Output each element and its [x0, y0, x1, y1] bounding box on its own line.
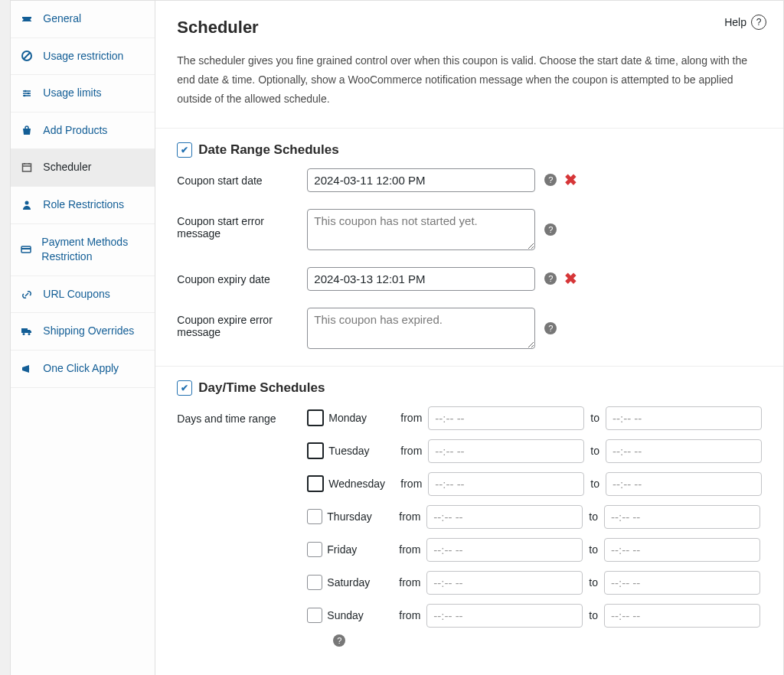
sidebar-item-add-products[interactable]: Add Products [11, 112, 155, 150]
sidebar-item-general[interactable]: General [11, 1, 155, 38]
sidebar-item-label: Role Restrictions [43, 197, 124, 213]
from-label: from [399, 576, 420, 589]
person-icon [20, 199, 34, 211]
day-name-label: Thursday [327, 510, 393, 523]
date-range-toggle[interactable] [177, 142, 192, 158]
date-range-title: Date Range Schedules [198, 142, 338, 158]
to-label: to [590, 445, 599, 457]
from-label: from [399, 510, 420, 523]
day-to-time-input[interactable] [606, 406, 762, 430]
sidebar-item-url-coupons[interactable]: URL Coupons [11, 276, 155, 314]
sidebar-item-label: General [43, 11, 81, 27]
to-label: to [589, 609, 598, 621]
sidebar-item-label: Add Products [43, 123, 107, 139]
help-icon[interactable]: ? [544, 223, 557, 236]
day-from-time-input[interactable] [426, 505, 583, 529]
day-to-time-input[interactable] [604, 505, 760, 529]
svg-point-6 [25, 201, 29, 204]
help-icon[interactable]: ? [544, 322, 557, 334]
day-name-label: Saturday [327, 576, 393, 589]
day-row-sunday: Sundayfromto [307, 604, 762, 628]
help-icon[interactable]: ? [544, 272, 557, 285]
clear-start-date-button[interactable]: ✖ [564, 171, 577, 189]
day-checkbox-sunday[interactable] [307, 608, 322, 623]
day-from-time-input[interactable] [426, 538, 583, 562]
day-from-time-input[interactable] [428, 472, 584, 496]
day-from-time-input[interactable] [428, 439, 584, 463]
scheduler-panel: Help ? Scheduler The scheduler gives you… [155, 0, 784, 675]
day-from-time-input[interactable] [428, 406, 584, 430]
link-icon [20, 289, 34, 301]
day-to-time-input[interactable] [604, 538, 760, 562]
day-from-time-input[interactable] [426, 604, 583, 628]
day-checkbox-wednesday[interactable] [307, 475, 324, 492]
sliders-icon [20, 87, 34, 99]
megaphone-icon [20, 363, 34, 375]
coupon-start-date-input[interactable] [307, 168, 535, 192]
page-intro: The scheduler gives you fine grained con… [177, 51, 762, 109]
calendar-icon [20, 161, 34, 174]
to-label: to [589, 543, 598, 556]
sidebar-item-shipping-overrides[interactable]: Shipping Overrides [11, 313, 155, 351]
day-row-friday: Fridayfromto [307, 538, 762, 562]
day-checkbox-tuesday[interactable] [307, 442, 324, 459]
sidebar-item-usage-limits[interactable]: Usage limits [11, 75, 155, 112]
sidebar-item-scheduler[interactable]: Scheduler [11, 149, 155, 187]
from-label: from [399, 609, 420, 621]
sidebar-item-label: Shipping Overrides [43, 324, 134, 339]
from-label: from [400, 445, 422, 457]
day-time-section: Day/Time Schedules Days and time range M… [177, 367, 762, 647]
coupon-settings-sidebar: General Usage restriction Usage limits A… [10, 0, 155, 675]
sidebar-item-usage-restriction[interactable]: Usage restriction [11, 38, 155, 76]
help-icon[interactable]: ? [333, 634, 345, 647]
coupon-expire-error-input[interactable] [307, 308, 535, 349]
day-to-time-input[interactable] [604, 571, 760, 595]
help-icon[interactable]: ? [544, 174, 557, 186]
day-row-tuesday: Tuesdayfromto [307, 439, 762, 463]
svg-point-3 [28, 93, 30, 95]
to-label: to [589, 510, 598, 523]
card-icon [20, 243, 32, 256]
svg-point-9 [28, 333, 31, 335]
day-checkbox-saturday[interactable] [307, 575, 322, 590]
coupon-expiry-date-input[interactable] [307, 267, 535, 291]
from-label: from [400, 478, 422, 490]
days-time-range-label: Days and time range [177, 406, 307, 425]
sidebar-item-payment-methods-restriction[interactable]: Payment Methods Restriction [11, 224, 155, 276]
no-circle-icon [20, 50, 34, 62]
coupon-start-error-label: Coupon start error message [177, 209, 307, 240]
sidebar-item-label: Payment Methods Restriction [41, 235, 145, 265]
day-rows: MondayfromtoTuesdayfromtoWednesdayfromto… [307, 406, 762, 628]
to-label: to [589, 576, 598, 589]
help-link[interactable]: Help ? [724, 15, 766, 30]
day-name-label: Monday [328, 412, 394, 424]
to-label: to [590, 412, 599, 424]
day-name-label: Tuesday [328, 445, 394, 457]
coupon-start-error-input[interactable] [307, 209, 535, 250]
day-checkbox-thursday[interactable] [307, 509, 322, 524]
coupon-expiry-date-label: Coupon expiry date [177, 267, 307, 285]
day-time-toggle[interactable] [177, 380, 192, 396]
sidebar-item-label: Usage limits [43, 86, 101, 101]
help-icon: ? [751, 15, 766, 30]
day-to-time-input[interactable] [606, 472, 762, 496]
day-row-thursday: Thursdayfromto [307, 505, 762, 529]
day-checkbox-monday[interactable] [307, 409, 324, 426]
clear-expiry-date-button[interactable]: ✖ [564, 269, 577, 288]
svg-point-2 [24, 90, 27, 93]
coupon-start-date-label: Coupon start date [177, 168, 307, 187]
sidebar-item-one-click-apply[interactable]: One Click Apply [11, 351, 155, 388]
bag-icon [20, 125, 34, 137]
day-time-title: Day/Time Schedules [198, 380, 325, 396]
sidebar-item-label: Usage restriction [43, 49, 123, 64]
day-checkbox-friday[interactable] [307, 542, 322, 557]
sidebar-item-label: Scheduler [43, 160, 91, 175]
day-from-time-input[interactable] [426, 571, 583, 595]
day-to-time-input[interactable] [606, 439, 762, 463]
date-range-section: Date Range Schedules Coupon start date ?… [177, 129, 762, 349]
day-row-wednesday: Wednesdayfromto [307, 472, 762, 496]
day-to-time-input[interactable] [604, 604, 760, 628]
sidebar-item-role-restrictions[interactable]: Role Restrictions [11, 187, 155, 224]
svg-point-8 [23, 333, 25, 335]
truck-icon [20, 325, 34, 338]
